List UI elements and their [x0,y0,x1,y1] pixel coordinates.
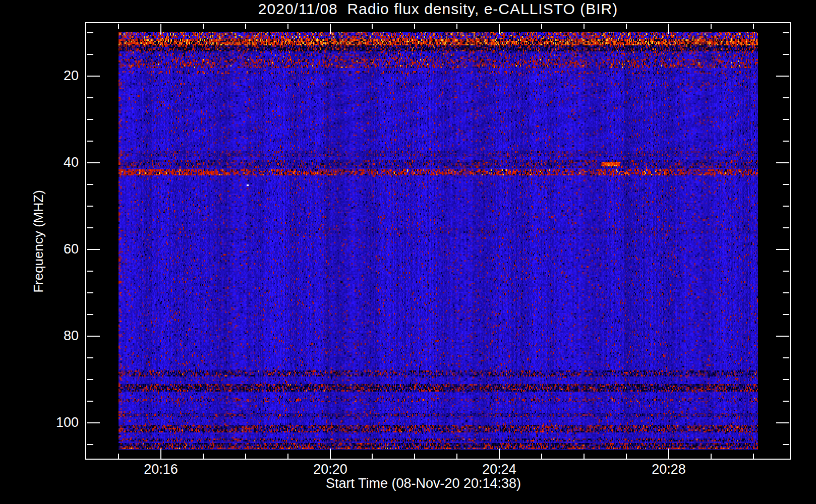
x-minor-tick [711,24,712,29]
x-axis-label: Start Time (08-Nov-20 20:14:38) [71,476,776,491]
y-tick-label: 80 [23,328,79,344]
y-minor-tick [87,206,93,207]
x-major-tick [668,24,669,34]
x-major-tick [668,449,669,459]
x-minor-tick [245,24,246,29]
x-minor-tick [584,454,585,459]
spectrogram-figure: 2020/11/08 Radio flux density, e-CALLIST… [0,0,816,504]
x-minor-tick [584,24,585,29]
x-minor-tick [414,24,415,29]
y-minor-tick [87,54,93,55]
y-minor-tick [783,444,789,445]
x-minor-tick [711,454,712,459]
y-minor-tick [783,379,789,380]
x-minor-tick [203,454,204,459]
y-major-tick [87,422,100,423]
y-minor-tick [87,292,93,293]
x-minor-tick [753,24,754,29]
x-minor-tick [372,24,373,29]
x-tick-label: 20:24 [459,462,540,477]
y-minor-tick [87,357,93,358]
y-minor-tick [783,119,789,120]
x-major-tick [330,449,331,459]
y-minor-tick [783,314,789,315]
y-minor-tick [87,141,93,142]
y-minor-tick [783,54,789,55]
y-minor-tick [783,141,789,142]
x-major-tick [499,24,500,34]
y-minor-tick [783,271,789,272]
y-major-tick [87,336,100,337]
y-major-tick [776,162,789,163]
y-minor-tick [783,292,789,293]
y-minor-tick [87,271,93,272]
x-major-tick [160,449,161,459]
y-major-tick [776,336,789,337]
y-tick-label: 60 [23,241,79,257]
x-minor-tick [118,24,119,29]
y-minor-tick [87,184,93,185]
x-minor-tick [626,454,627,459]
y-tick-label: 40 [23,155,79,170]
y-minor-tick [87,444,93,445]
x-minor-tick [456,24,457,29]
x-minor-tick [372,454,373,459]
y-minor-tick [783,97,789,98]
y-minor-tick [87,379,93,380]
y-major-tick [87,249,100,250]
x-tick-label: 20:20 [290,462,371,477]
y-minor-tick [783,206,789,207]
y-minor-tick [87,314,93,315]
x-minor-tick [626,24,627,29]
spectrogram-canvas [119,32,758,450]
y-major-tick [776,249,789,250]
y-major-tick [776,76,789,77]
y-tick-label: 20 [23,68,79,84]
x-minor-tick [541,454,542,459]
x-minor-tick [245,454,246,459]
x-minor-tick [456,454,457,459]
x-minor-tick [203,24,204,29]
y-minor-tick [783,184,789,185]
y-minor-tick [87,97,93,98]
x-minor-tick [753,454,754,459]
y-minor-tick [783,357,789,358]
y-major-tick [776,422,789,423]
y-minor-tick [87,119,93,120]
x-major-tick [160,24,161,34]
y-minor-tick [783,401,789,402]
y-minor-tick [87,32,93,33]
y-minor-tick [87,401,93,402]
x-tick-label: 20:28 [628,462,709,477]
x-minor-tick [118,454,119,459]
x-minor-tick [414,454,415,459]
x-minor-tick [287,454,288,459]
y-major-tick [87,162,100,163]
y-tick-label: 100 [23,415,79,430]
x-tick-label: 20:16 [121,462,201,477]
x-minor-tick [541,24,542,29]
x-minor-tick [287,24,288,29]
y-minor-tick [783,32,789,33]
x-major-tick [499,449,500,459]
y-minor-tick [783,227,789,228]
x-major-tick [330,24,331,34]
plot-title: 2020/11/08 Radio flux density, e-CALLIST… [85,1,791,18]
y-minor-tick [87,227,93,228]
y-major-tick [87,76,100,77]
